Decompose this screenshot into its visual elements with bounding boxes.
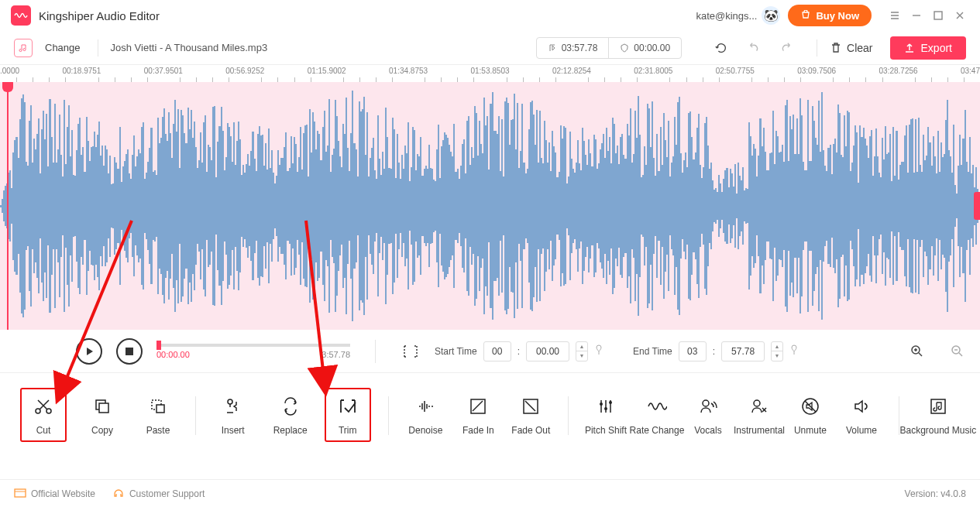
fadeout-icon bbox=[520, 396, 542, 417]
change-button[interactable]: Change bbox=[40, 42, 85, 53]
fadein-tool[interactable]: Fade In bbox=[455, 396, 501, 436]
separator bbox=[817, 39, 817, 57]
bgm-tool[interactable]: Background Music bbox=[913, 396, 963, 436]
titlebar: Kingshiper Audio Editor kate@kings... 🐼 … bbox=[0, 0, 980, 31]
end-hour-input[interactable] bbox=[679, 341, 707, 361]
buy-now-label: Buy Now bbox=[816, 10, 859, 22]
end-sec-input[interactable] bbox=[721, 341, 765, 361]
official-website-link[interactable]: Official Website bbox=[14, 488, 95, 499]
filename: Josh Vietti - A Thousand Miles.mp3 bbox=[111, 42, 268, 53]
end-spinner[interactable]: ▲▼ bbox=[771, 341, 783, 361]
duration-box: 03:57.78 00:00.00 bbox=[536, 37, 682, 59]
instrumental-tool[interactable]: Instrumental bbox=[736, 396, 782, 436]
paste-tool[interactable]: Paste bbox=[135, 396, 181, 436]
maximize-icon[interactable] bbox=[929, 6, 947, 25]
replace-tool[interactable]: Replace bbox=[267, 396, 314, 436]
zoom-in-icon[interactable] bbox=[909, 343, 926, 360]
denoise-icon bbox=[414, 396, 436, 417]
rate-tool[interactable]: Rate Change bbox=[634, 396, 680, 436]
selection-icon[interactable] bbox=[401, 341, 421, 361]
unmute-tool[interactable]: Unmute bbox=[787, 396, 834, 436]
buy-now-button[interactable]: Buy Now bbox=[788, 5, 872, 26]
playback-controls: 00:00.003:57.78 Start Time : ▲▼ End Time… bbox=[0, 330, 980, 373]
total-duration: 03:57.78 bbox=[537, 38, 609, 58]
close-icon[interactable] bbox=[951, 6, 969, 25]
clear-button[interactable]: Clear bbox=[830, 42, 872, 54]
fadeout-tool[interactable]: Fade Out bbox=[507, 396, 554, 436]
current-time: 00:00.00 bbox=[156, 350, 190, 359]
svg-point-15 bbox=[609, 401, 612, 404]
svg-point-13 bbox=[600, 403, 603, 406]
play-button[interactable] bbox=[76, 338, 102, 365]
instrumental-icon bbox=[748, 396, 770, 417]
redo-icon[interactable] bbox=[778, 39, 795, 57]
start-time-group: Start Time : ▲▼ bbox=[435, 341, 603, 361]
tools-row: Cut Copy Paste Insert Replace Trim Denoi… bbox=[0, 373, 980, 458]
pitch-icon bbox=[595, 396, 617, 417]
start-hour-input[interactable] bbox=[483, 341, 511, 361]
unmute-icon bbox=[799, 396, 821, 417]
music-icon bbox=[927, 396, 949, 417]
svg-rect-20 bbox=[15, 489, 26, 497]
volume-icon bbox=[851, 396, 872, 417]
trim-icon bbox=[337, 396, 359, 417]
start-spinner[interactable]: ▲▼ bbox=[576, 341, 588, 361]
end-time-group: End Time : ▲▼ bbox=[633, 341, 799, 361]
waveform[interactable] bbox=[0, 82, 980, 330]
support-link[interactable]: Customer Support bbox=[112, 488, 205, 500]
export-button[interactable]: Export bbox=[890, 36, 966, 60]
svg-rect-0 bbox=[934, 12, 942, 19]
svg-rect-1 bbox=[126, 348, 133, 355]
vocals-icon bbox=[697, 396, 719, 417]
undo-icon[interactable] bbox=[745, 39, 762, 57]
svg-point-14 bbox=[604, 407, 607, 410]
replace-icon bbox=[280, 396, 301, 417]
pitch-tool[interactable]: Pitch Shift bbox=[583, 396, 629, 436]
zoom-out-icon[interactable] bbox=[949, 343, 966, 360]
pin-icon[interactable] bbox=[594, 344, 603, 358]
reload-icon[interactable] bbox=[713, 39, 730, 57]
end-marker[interactable] bbox=[974, 192, 980, 220]
shield-time: 00:00.00 bbox=[608, 38, 681, 58]
user-email: kate@kings... bbox=[696, 10, 757, 22]
avatar[interactable]: 🐼 bbox=[762, 6, 780, 25]
insert-icon bbox=[222, 396, 244, 417]
scissors-icon bbox=[33, 396, 54, 417]
pin-icon[interactable] bbox=[789, 344, 799, 358]
fadein-icon bbox=[467, 396, 489, 417]
seek-bar[interactable]: 00:00.003:57.78 bbox=[156, 344, 350, 359]
app-title: Kingshiper Audio Editor bbox=[39, 9, 160, 22]
svg-point-17 bbox=[754, 400, 760, 406]
timeline-ruler[interactable]: 00:00.000000:18.975100:37.950100:56.9252… bbox=[0, 65, 980, 82]
minimize-icon[interactable] bbox=[907, 6, 926, 25]
svg-rect-19 bbox=[931, 399, 945, 413]
trim-tool[interactable]: Trim bbox=[325, 388, 371, 442]
copy-icon bbox=[91, 396, 113, 417]
insert-tool[interactable]: Insert bbox=[210, 396, 256, 436]
file-icon bbox=[14, 39, 33, 57]
copy-tool[interactable]: Copy bbox=[79, 396, 126, 436]
separator bbox=[98, 39, 98, 57]
playhead[interactable] bbox=[2, 82, 13, 92]
svg-point-10 bbox=[228, 399, 232, 404]
svg-rect-9 bbox=[156, 405, 164, 413]
paste-icon bbox=[147, 396, 169, 417]
start-sec-input[interactable] bbox=[526, 341, 569, 361]
svg-rect-7 bbox=[99, 403, 108, 413]
app-logo bbox=[11, 5, 31, 26]
stop-button[interactable] bbox=[116, 338, 143, 365]
menu-icon[interactable] bbox=[885, 6, 904, 25]
toolbar: Change Josh Vietti - A Thousand Miles.mp… bbox=[0, 31, 980, 65]
denoise-tool[interactable]: Denoise bbox=[402, 396, 449, 436]
total-time: 3:57.78 bbox=[322, 350, 350, 359]
volume-tool[interactable]: Volume bbox=[838, 396, 885, 436]
svg-point-16 bbox=[703, 400, 709, 406]
cut-tool[interactable]: Cut bbox=[20, 388, 67, 442]
vocals-tool[interactable]: Vocals bbox=[685, 396, 731, 436]
rate-icon bbox=[646, 396, 668, 417]
version: Version: v4.0.8 bbox=[905, 488, 966, 499]
footer: Official Website Customer Support Versio… bbox=[0, 479, 980, 507]
